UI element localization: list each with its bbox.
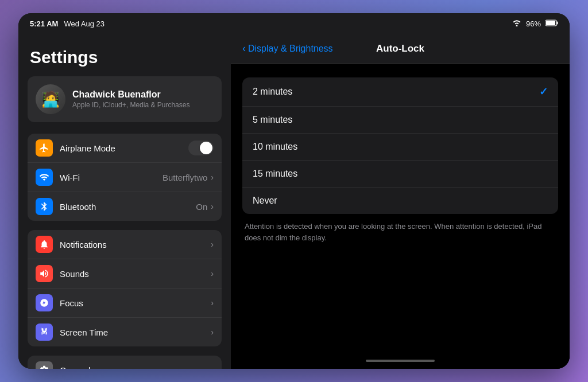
connectivity-group: Airplane Mode Wi-Fi Butterflytwo › [28, 134, 222, 221]
battery-icon [546, 18, 558, 29]
toggle-knob [200, 142, 212, 154]
option-15min-label: 15 minutes [253, 169, 548, 179]
bluetooth-value: On [196, 202, 207, 212]
sounds-label: Sounds [60, 269, 211, 279]
main-content: Settings 🧑‍💻 Chadwick Buenaflor Apple ID… [18, 34, 570, 369]
wifi-label: Wi-Fi [60, 173, 163, 182]
option-10min[interactable]: 10 minutes [242, 134, 558, 161]
option-never[interactable]: Never [242, 188, 558, 214]
general-chevron: › [211, 365, 214, 369]
option-15min[interactable]: 15 minutes [242, 161, 558, 188]
option-10min-label: 10 minutes [253, 142, 548, 152]
back-chevron-icon: ‹ [242, 42, 246, 54]
sidebar-title: Settings [18, 43, 231, 76]
screentime-chevron: › [211, 328, 214, 337]
nav-back-button[interactable]: ‹ Display & Brightness [242, 42, 333, 54]
status-time: 5:21 AM [30, 20, 58, 28]
airplane-toggle[interactable] [188, 141, 214, 155]
profile-sub: Apple ID, iCloud+, Media & Purchases [72, 101, 189, 109]
option-2min[interactable]: 2 minutes ✓ [242, 77, 558, 107]
option-5min-label: 5 minutes [253, 115, 548, 125]
avatar: 🧑‍💻 [36, 84, 65, 114]
wifi-icon [512, 19, 521, 28]
status-right: 96% [512, 18, 558, 29]
profile-card[interactable]: 🧑‍💻 Chadwick Buenaflor Apple ID, iCloud+… [28, 76, 222, 122]
airplane-label: Airplane Mode [60, 143, 188, 153]
profile-name: Chadwick Buenaflor [72, 89, 189, 100]
notifications-label: Notifications [60, 240, 211, 250]
ipad-frame: 5:21 AM Wed Aug 23 96% Settings [18, 13, 570, 369]
sidebar-item-bluetooth[interactable]: Bluetooth On › [28, 192, 222, 221]
sidebar-item-screentime[interactable]: Screen Time › [28, 318, 222, 346]
display-group: General › Control Center › AA [28, 356, 222, 369]
sidebar: Settings 🧑‍💻 Chadwick Buenaflor Apple ID… [18, 34, 231, 369]
option-never-label: Never [253, 196, 548, 206]
avatar-emoji: 🧑‍💻 [41, 91, 60, 108]
sidebar-item-sounds[interactable]: Sounds › [28, 259, 222, 289]
bluetooth-label: Bluetooth [60, 202, 196, 212]
autolock-description: Attention is detected when you are looki… [242, 221, 558, 243]
right-panel: ‹ Display & Brightness Auto-Lock 2 minut… [231, 34, 570, 369]
nav-back-label: Display & Brightness [248, 44, 333, 54]
focus-chevron: › [211, 298, 214, 307]
notifications-chevron: › [211, 240, 214, 249]
home-indicator [231, 353, 570, 369]
sounds-chevron: › [211, 269, 214, 278]
general-icon [36, 361, 53, 369]
autolock-options: 2 minutes ✓ 5 minutes 10 minutes 15 minu… [242, 77, 558, 214]
option-2min-label: 2 minutes [253, 87, 539, 97]
screentime-label: Screen Time [60, 328, 211, 337]
svg-rect-2 [546, 21, 555, 25]
bluetooth-chevron: › [211, 202, 214, 211]
screentime-icon [36, 323, 53, 341]
airplane-icon [36, 139, 53, 157]
notifications-icon [36, 236, 53, 253]
option-2min-check: ✓ [539, 85, 548, 98]
svg-rect-1 [557, 22, 558, 25]
sounds-icon [36, 265, 53, 282]
general-label: General [60, 365, 211, 369]
sidebar-item-airplane[interactable]: Airplane Mode [28, 134, 222, 163]
sidebar-item-wifi[interactable]: Wi-Fi Butterflytwo › [28, 163, 222, 192]
focus-icon [36, 294, 53, 311]
bluetooth-icon [36, 198, 53, 215]
option-5min[interactable]: 5 minutes [242, 107, 558, 134]
home-bar [366, 360, 435, 362]
status-date: Wed Aug 23 [64, 20, 105, 28]
panel-content: 2 minutes ✓ 5 minutes 10 minutes 15 minu… [231, 64, 570, 353]
nav-bar: ‹ Display & Brightness Auto-Lock [231, 34, 570, 64]
nav-title: Auto-Lock [376, 43, 424, 54]
wifi-value: Butterflytwo [163, 173, 207, 182]
sidebar-item-general[interactable]: General › [28, 356, 222, 369]
wifi-chevron: › [211, 173, 214, 182]
profile-info: Chadwick Buenaflor Apple ID, iCloud+, Me… [72, 89, 189, 109]
focus-label: Focus [60, 298, 211, 308]
notifications-group: Notifications › Sounds › [28, 230, 222, 346]
wifi-settings-icon [36, 169, 53, 186]
sidebar-item-focus[interactable]: Focus › [28, 289, 222, 318]
sidebar-item-notifications[interactable]: Notifications › [28, 230, 222, 259]
status-bar: 5:21 AM Wed Aug 23 96% [18, 13, 570, 34]
battery-percent: 96% [526, 20, 541, 28]
